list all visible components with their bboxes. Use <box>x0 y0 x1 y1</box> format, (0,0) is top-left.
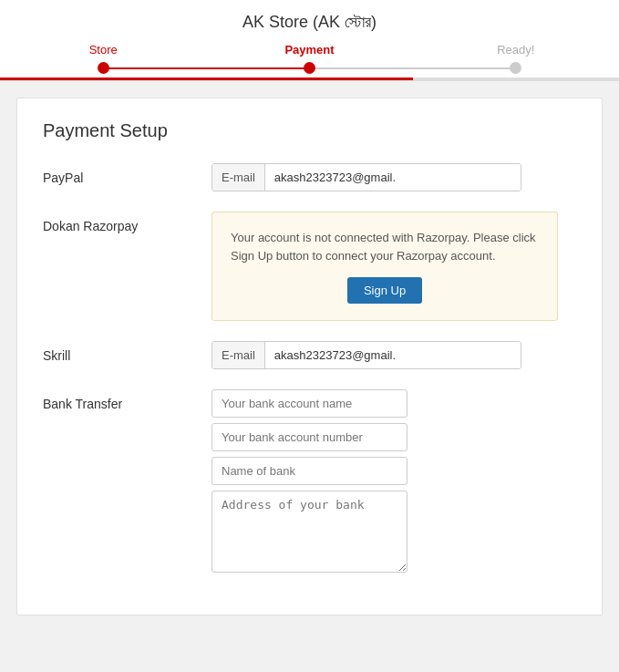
progress-bar <box>0 78 619 80</box>
razorpay-label: Dokan Razorpay <box>43 212 211 233</box>
step-ready-label: Ready! <box>497 43 534 57</box>
bank-account-name-input[interactable] <box>211 389 408 418</box>
page-title: AK Store (AK স্টোর) <box>0 13 619 32</box>
main-content: Payment Setup PayPal E-mail Dokan Razorp… <box>16 98 603 615</box>
step-store-dot <box>98 62 109 74</box>
bank-transfer-control <box>211 389 576 573</box>
progress-segment-1 <box>0 78 206 80</box>
step-payment-dot <box>304 62 315 74</box>
section-title: Payment Setup <box>43 120 576 141</box>
step-payment-label: Payment <box>284 43 334 57</box>
step-ready-dot <box>510 62 521 74</box>
paypal-row: PayPal E-mail <box>43 163 576 191</box>
skrill-row: Skrill E-mail <box>43 341 576 369</box>
bank-transfer-label: Bank Transfer <box>43 389 211 411</box>
razorpay-signup-button[interactable]: Sign Up <box>347 277 422 304</box>
progress-segment-3 <box>413 78 619 80</box>
bank-account-number-input[interactable] <box>211 423 408 451</box>
skrill-control: E-mail <box>211 341 576 369</box>
paypal-control: E-mail <box>211 163 576 191</box>
paypal-label: PayPal <box>43 163 211 185</box>
razorpay-row: Dokan Razorpay Your account is not conne… <box>43 212 576 321</box>
razorpay-box: Your account is not connected with Razor… <box>211 212 558 321</box>
skrill-label: Skrill <box>43 341 211 363</box>
paypal-email-field[interactable]: E-mail <box>211 163 521 191</box>
header: AK Store (AK স্টোর) Store Payment Ready! <box>0 0 619 81</box>
progress-segment-2 <box>206 78 412 80</box>
skrill-email-input[interactable] <box>265 342 521 368</box>
bank-name-input[interactable] <box>211 457 408 485</box>
bank-address-input[interactable] <box>211 491 408 573</box>
paypal-email-label: E-mail <box>212 164 265 191</box>
step-store-label: Store <box>89 43 118 57</box>
razorpay-control: Your account is not connected with Razor… <box>211 212 576 321</box>
razorpay-message: Your account is not connected with Razor… <box>231 229 539 264</box>
skrill-email-field[interactable]: E-mail <box>211 341 521 369</box>
paypal-email-input[interactable] <box>265 164 521 191</box>
skrill-email-label: E-mail <box>212 342 265 368</box>
bank-transfer-row: Bank Transfer <box>43 389 576 573</box>
